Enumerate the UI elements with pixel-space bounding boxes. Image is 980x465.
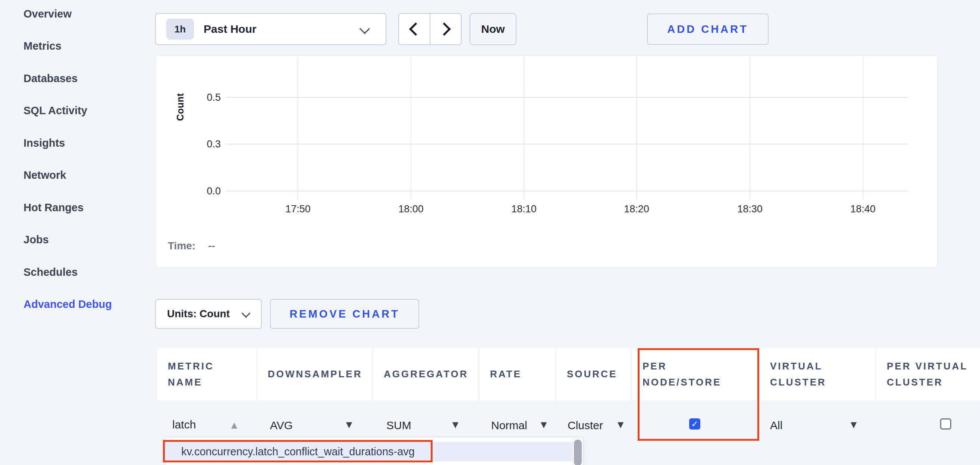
hover-time-label: Time: [168,240,196,251]
chevron-down-icon[interactable]: ▼ [617,420,624,429]
sidebar-item-sql-activity[interactable]: SQL Activity [0,95,149,127]
units-dropdown-label: Units: Count [167,308,230,320]
y-tick-label: 0.0 [189,185,221,197]
x-tick-label: 17:50 [285,203,311,215]
header-line: SOURCE [567,366,631,382]
sidebar-nav: Overview Metrics Databases SQL Activity … [0,0,149,321]
per-node-store-checkbox[interactable]: ✓ [689,419,700,430]
sidebar-item-insights[interactable]: Insights [0,127,149,159]
prev-range-button[interactable] [399,14,430,45]
header-line: DOWNSAMPLER [268,366,372,382]
chevron-down-icon [360,24,370,34]
sidebar-item-metrics[interactable]: Metrics [0,30,149,63]
header-line: AGGREGATOR [384,366,478,382]
now-button[interactable]: Now [469,13,517,45]
metric-autocomplete-dropdown: kv.concurrency.latch_conflict_wait_durat… [165,437,584,465]
header-line: PER [643,358,758,374]
sidebar-item-network[interactable]: Network [0,159,149,192]
column-header-source: SOURCE [556,348,631,400]
column-header-virtual-cluster: VIRTUAL CLUSTER [760,348,875,400]
chevron-down-icon[interactable]: ▼ [346,420,352,429]
x-tick-label: 18:00 [398,203,424,215]
column-header-aggregator: AGGREGATOR [373,348,478,400]
check-icon: ✓ [691,419,698,429]
chevron-down-icon[interactable]: ▼ [452,420,458,429]
header-line: NAME [168,374,256,390]
virtual-cluster-select[interactable]: All [770,418,782,433]
chevron-down-icon [241,308,250,318]
time-range-badge: 1h [166,19,194,40]
hover-time-value: -- [208,240,215,251]
header-line: VIRTUAL [770,358,875,374]
autocomplete-option[interactable]: kv.concurrency.latch_conflict_wait_durat… [165,442,573,461]
header-line: CLUSTER [770,374,875,390]
column-header-downsampler: DOWNSAMPLER [257,348,372,400]
sort-up-icon[interactable]: ▲ [231,420,237,430]
column-header-per-node-store: PER NODE/STORE [632,348,758,400]
y-tick-label: 0.3 [189,139,221,150]
next-range-button[interactable] [430,14,461,45]
source-select[interactable]: Cluster [568,418,603,433]
chart-card: Count 0.5 0.3 0.0 17:50 18:00 18:10 18:2… [155,55,938,268]
autocomplete-option-label: kv.concurrency.latch_conflict_wait_durat… [181,446,415,458]
header-line: RATE [490,366,555,382]
downsampler-select[interactable]: AVG [270,418,293,433]
add-chart-button[interactable]: ADD CHART [647,13,768,45]
time-range-dropdown[interactable]: 1h Past Hour [155,13,387,45]
y-axis-label: Count [175,82,186,121]
scrollbar-thumb[interactable] [574,439,582,465]
chevron-down-icon[interactable]: ▼ [851,420,857,429]
sidebar-item-hot-ranges[interactable]: Hot Ranges [0,192,149,224]
aggregator-select[interactable]: SUM [387,418,411,433]
sidebar-item-databases[interactable]: Databases [0,62,149,95]
remove-chart-button[interactable]: REMOVE CHART [270,299,419,329]
column-header-rate: RATE [480,348,555,400]
sidebar-item-schedules[interactable]: Schedules [0,256,149,288]
chevron-down-icon[interactable]: ▼ [541,420,547,429]
header-line: CLUSTER [887,374,980,390]
sidebar-item-advanced-debug[interactable]: Advanced Debug [0,288,149,321]
metric-name-input[interactable] [172,417,228,433]
per-virtual-cluster-checkbox[interactable] [940,419,951,430]
y-tick-label: 0.5 [189,92,221,103]
header-line: PER VIRTUAL [887,358,980,374]
time-nav-group [398,13,462,45]
column-header-metric-name: METRIC NAME [158,348,256,400]
hover-time-readout: Time:-- [168,240,215,252]
chart-plot-area[interactable] [226,57,908,200]
scrollbar-track[interactable] [573,437,583,465]
time-range-label: Past Hour [204,23,256,35]
rate-select[interactable]: Normal [491,418,527,433]
sidebar-item-jobs[interactable]: Jobs [0,224,149,256]
chevron-right-icon [438,22,451,35]
units-dropdown[interactable]: Units: Count [155,299,262,329]
header-line: METRIC [168,358,256,374]
x-tick-label: 18:20 [624,203,649,215]
header-line: NODE/STORE [643,374,758,390]
sidebar-item-overview[interactable]: Overview [0,0,149,30]
chevron-left-icon [409,22,422,35]
column-header-per-virtual-cluster: PER VIRTUAL CLUSTER [877,348,980,400]
x-tick-label: 18:30 [737,203,763,215]
x-tick-label: 18:40 [850,203,876,215]
x-tick-label: 18:10 [511,203,537,215]
